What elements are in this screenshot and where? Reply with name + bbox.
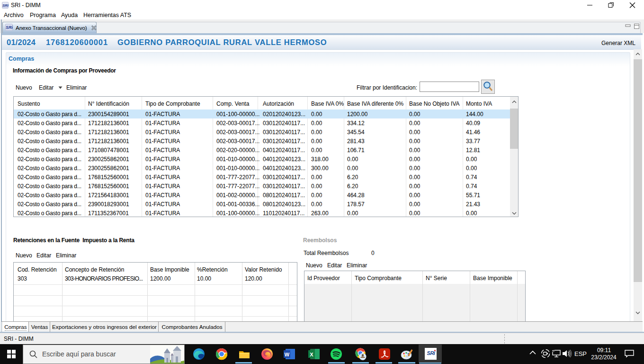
svg-text:X: X [310, 352, 313, 357]
svg-text:W: W [285, 352, 290, 357]
